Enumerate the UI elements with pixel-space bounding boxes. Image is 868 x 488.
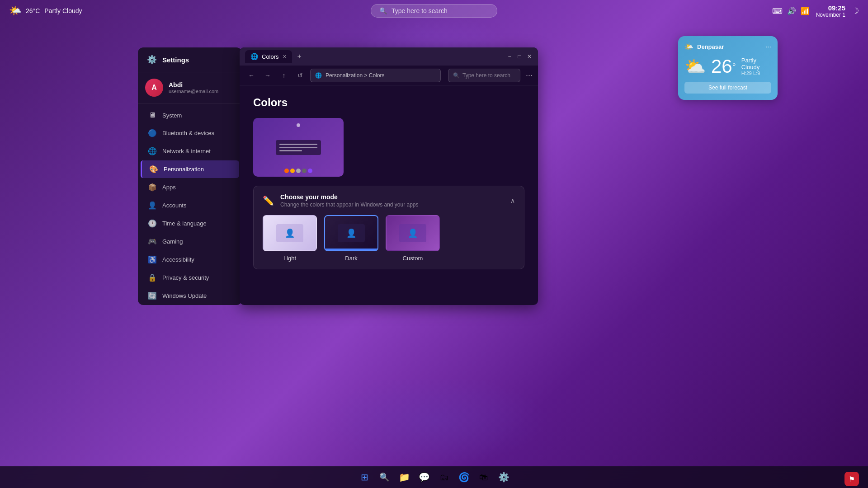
accessibility-icon: ♿ bbox=[148, 255, 157, 264]
dark-thumb-inner: 👤 bbox=[338, 224, 365, 242]
taskbar-start[interactable]: ⊞ bbox=[355, 468, 373, 486]
swatch-4 bbox=[302, 169, 307, 173]
light-thumb-inner: 👤 bbox=[276, 224, 303, 242]
close-button[interactable]: ✕ bbox=[526, 53, 533, 60]
browser-search-input[interactable]: 🔍 Type here to search bbox=[448, 69, 520, 82]
preview-line-3 bbox=[279, 150, 302, 151]
custom-thumb-icon: 👤 bbox=[408, 228, 418, 238]
weather-widget: 🌤️ Denpasar ··· ⛅ 26° Partly Cloudy H:29… bbox=[678, 36, 778, 100]
weather-forecast-button[interactable]: See full forecast bbox=[684, 82, 771, 94]
taskbar-store[interactable]: 🛍 bbox=[475, 468, 493, 486]
weather-location: Denpasar bbox=[697, 43, 724, 50]
nav-item-gaming[interactable]: 🎮 Gaming bbox=[141, 233, 239, 250]
taskbar-icons: ⊞ 🔍 📁 💬 🗂 🌀 🛍 ⚙️ bbox=[355, 468, 513, 486]
system-icon: 🖥 bbox=[148, 111, 157, 119]
taskbar-edge[interactable]: 🌀 bbox=[455, 468, 473, 486]
browser-toolbar: ← → ↑ ↺ 🌐 Personalization > Colors 🔍 Typ… bbox=[240, 66, 538, 85]
nav-item-network[interactable]: 🌐 Network & internet bbox=[141, 142, 239, 160]
light-thumb-icon: 👤 bbox=[285, 228, 295, 238]
new-tab-button[interactable]: + bbox=[297, 52, 302, 61]
topbar-left: 🌤️ 26°C Partly Cloudy bbox=[9, 5, 82, 17]
speaker-icon[interactable]: 🔊 bbox=[787, 7, 796, 15]
settings-window-title: Settings bbox=[162, 56, 189, 64]
weather-more-button[interactable]: ··· bbox=[765, 43, 771, 51]
user-section[interactable]: A Abdi username@email.com bbox=[138, 72, 242, 103]
weather-right: Partly Cloudy H:29 L:9 bbox=[741, 57, 771, 76]
browser-search-placeholder: Type here to search bbox=[462, 72, 510, 79]
taskbar-folders[interactable]: 🗂 bbox=[435, 468, 453, 486]
browser-more-button[interactable]: ··· bbox=[526, 70, 533, 80]
user-info: Abdi username@email.com bbox=[169, 81, 218, 94]
mode-option-custom[interactable]: 👤 Custom bbox=[386, 215, 440, 262]
clock[interactable]: 09:25 November 1 bbox=[816, 4, 845, 18]
nav-item-personalization[interactable]: 🎨 Personalization bbox=[141, 160, 239, 178]
search-icon-browser: 🔍 bbox=[453, 72, 460, 79]
tab-close-button[interactable]: ✕ bbox=[283, 54, 287, 60]
user-name: Abdi bbox=[169, 81, 218, 89]
mode-option-dark[interactable]: 👤 Dark bbox=[324, 215, 378, 262]
minimize-button[interactable]: − bbox=[506, 53, 513, 60]
privacy-icon: 🔒 bbox=[148, 273, 157, 282]
refresh-button[interactable]: ↺ bbox=[294, 69, 307, 82]
custom-mode-thumbnail: 👤 bbox=[386, 215, 440, 251]
maximize-button[interactable]: □ bbox=[516, 53, 523, 60]
up-button[interactable]: ↑ bbox=[278, 69, 290, 82]
weather-cloud-icon: ⛅ bbox=[684, 56, 706, 76]
nav-label-time: Time & language bbox=[162, 220, 207, 227]
nav-item-accessibility[interactable]: ♿ Accessibility bbox=[141, 251, 239, 268]
mode-option-light[interactable]: 👤 Light bbox=[263, 215, 317, 262]
address-bar[interactable]: 🌐 Personalization > Colors bbox=[310, 69, 441, 82]
notification-badge[interactable]: ⚑ bbox=[844, 472, 859, 486]
chevron-up-icon[interactable]: ∧ bbox=[510, 197, 515, 204]
taskbar-teams[interactable]: 💬 bbox=[415, 468, 433, 486]
topbar: 🌤️ 26°C Partly Cloudy 🔍 Type here to sea… bbox=[0, 0, 868, 22]
taskbar-search[interactable]: 🔍 bbox=[375, 468, 393, 486]
nav-label-apps: Apps bbox=[162, 184, 176, 191]
nav-label-network: Network & internet bbox=[162, 148, 211, 155]
taskbar: ⊞ 🔍 📁 💬 🗂 🌀 🛍 ⚙️ bbox=[0, 466, 868, 488]
dark-mode-thumbnail: 👤 bbox=[324, 215, 378, 251]
browser-window: 🌐 Colors ✕ + − □ ✕ ← → ↑ ↺ 🌐 Personaliza… bbox=[240, 47, 538, 305]
taskbar-search-bar[interactable]: 🔍 Type here to search bbox=[371, 4, 497, 18]
topbar-search[interactable]: 🔍 Type here to search bbox=[371, 4, 497, 18]
browser-tab[interactable]: 🌐 Colors ✕ bbox=[245, 50, 292, 63]
light-mode-thumbnail: 👤 bbox=[263, 215, 317, 251]
nav-item-system[interactable]: 🖥 System bbox=[141, 107, 239, 124]
nav-item-bluetooth[interactable]: 🔵 Bluetooth & devices bbox=[141, 124, 239, 142]
gaming-icon: 🎮 bbox=[148, 237, 157, 246]
weather-icon: 🌤️ bbox=[9, 5, 21, 17]
dark-selected-bar bbox=[325, 249, 377, 250]
system-tray-icons: ⌨ 🔊 📶 bbox=[772, 7, 810, 15]
sleep-icon[interactable]: ☽ bbox=[852, 6, 859, 16]
colors-preview-card bbox=[253, 118, 344, 177]
mode-options: 👤 Light 👤 Dark bbox=[263, 215, 515, 262]
mode-header[interactable]: ✏️ Choose your mode Change the colors th… bbox=[263, 193, 515, 208]
taskbar-settings[interactable]: ⚙️ bbox=[495, 468, 513, 486]
mode-description: Change the colors that appear in Windows… bbox=[280, 202, 419, 208]
nav-item-privacy[interactable]: 🔒 Privacy & security bbox=[141, 269, 239, 286]
page-title: Colors bbox=[253, 96, 524, 109]
keyboard-icon[interactable]: ⌨ bbox=[772, 7, 783, 15]
swatch-3 bbox=[296, 169, 301, 173]
nav-label-personalization: Personalization bbox=[164, 166, 204, 173]
nav-item-windows-update[interactable]: 🔄 Windows Update bbox=[141, 287, 239, 305]
taskbar-files[interactable]: 📁 bbox=[395, 468, 413, 486]
back-button[interactable]: ← bbox=[245, 69, 258, 82]
swatch-5 bbox=[308, 169, 312, 173]
forward-button[interactable]: → bbox=[261, 69, 274, 82]
mode-title: Choose your mode bbox=[280, 193, 419, 201]
network-icon: 🌐 bbox=[148, 147, 157, 155]
settings-window: ⚙️ Settings A Abdi username@email.com 🖥 … bbox=[138, 47, 242, 305]
preview-inner bbox=[276, 140, 321, 155]
search-placeholder: Type here to search bbox=[392, 7, 448, 14]
breadcrumb: Personalization > Colors bbox=[326, 72, 384, 79]
weather-temp-big: 26 bbox=[711, 56, 732, 77]
weather-widget-header: 🌤️ Denpasar ··· bbox=[684, 42, 771, 51]
wifi-icon[interactable]: 📶 bbox=[801, 7, 810, 15]
nav-item-accounts[interactable]: 👤 Accounts bbox=[141, 197, 239, 214]
time-icon: 🕐 bbox=[148, 219, 157, 228]
nav-item-time[interactable]: 🕐 Time & language bbox=[141, 215, 239, 232]
weather-condition-text: Partly Cloudy bbox=[44, 7, 82, 14]
nav-item-apps[interactable]: 📦 Apps bbox=[141, 178, 239, 196]
tab-favicon: 🌐 bbox=[250, 53, 258, 60]
